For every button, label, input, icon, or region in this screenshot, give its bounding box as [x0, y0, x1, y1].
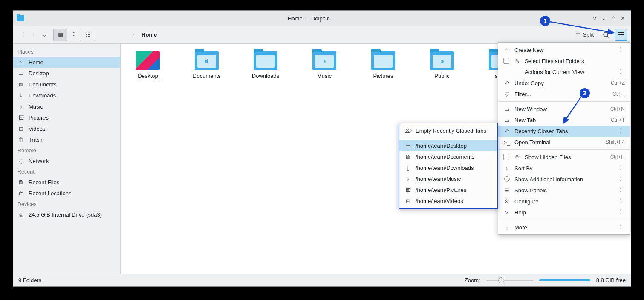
menu-icon: 🖼 [404, 187, 411, 193]
breadcrumb[interactable]: 〉 Home [98, 31, 569, 39]
sidebar-icon: ⌂ [17, 59, 24, 66]
menu-item-show-panels[interactable]: ☰Show Panels〉 [498, 185, 630, 196]
menu-item-label: /home/team/Pictures [416, 187, 492, 193]
sidebar-item-downloads[interactable]: ⭳Downloads [13, 90, 120, 101]
compact-view-button[interactable]: ⠿ [67, 29, 81, 41]
chevron-right-icon: 〉 [619, 197, 625, 205]
folder-label: Pictures [373, 73, 393, 79]
menu-separator [498, 149, 630, 150]
menu-item-create-new[interactable]: ＋Create New〉 [498, 44, 630, 55]
menu-item--home-team-downloads[interactable]: ⭳/home/team/Downloads [399, 162, 497, 173]
menu-item-new-window[interactable]: ▭New WindowCtrl+N [498, 103, 630, 114]
hamburger-icon [618, 32, 624, 37]
menu-item-configure[interactable]: ⚙Configure〉 [498, 196, 630, 207]
folder-music[interactable]: ♪Music [310, 51, 339, 80]
menu-item-label: Select Files and Folders [525, 58, 625, 64]
menu-icon: ⊞ [404, 198, 411, 204]
menu-item-label: More [514, 224, 615, 231]
sidebar-item-pictures[interactable]: 🖼Pictures [13, 112, 120, 123]
item-count: 9 Folders [18, 277, 41, 283]
folder-public[interactable]: ⚭Public [427, 51, 456, 80]
chevron-right-icon: 〉 [619, 186, 625, 194]
sidebar-item-label: Network [29, 158, 49, 164]
menu-item--home-team-videos[interactable]: ⊞/home/team/Videos [399, 195, 497, 206]
menu-icon: ☰ [503, 187, 510, 194]
breadcrumb-home[interactable]: Home [142, 31, 157, 38]
menu-item--home-team-music[interactable]: ♪/home/team/Music [399, 173, 497, 184]
back-button[interactable]: 〈 [17, 29, 27, 41]
icons-view-button[interactable]: ▦ [54, 29, 67, 41]
chevron-right-icon: 〉 [132, 31, 137, 39]
menu-item-label: Open Terminal [514, 139, 601, 146]
menu-item-sort-by[interactable]: ↕Sort By〉 [498, 163, 630, 174]
sidebar-item-label: Downloads [29, 92, 56, 99]
details-view-button[interactable]: ☷ [81, 29, 95, 41]
sidebar-item-24-5-gib-internal-drive-sda3-[interactable]: ⛀24.5 GiB Internal Drive (sda3) [13, 209, 120, 220]
menu-item-label: Configure [514, 198, 615, 205]
hamburger-menu-button[interactable] [615, 29, 627, 41]
menu-item-recently-closed-tabs[interactable]: ↶Recently Closed Tabs〉 [498, 126, 630, 137]
menu-item-open-terminal[interactable]: >_Open TerminalShift+F4 [498, 137, 630, 148]
menu-item-undo-copy[interactable]: ↶Undo: CopyCtrl+Z [498, 77, 630, 89]
menu-item--home-team-documents[interactable]: 🗎/home/team/Documents [399, 151, 497, 162]
close-button[interactable]: ✕ [618, 15, 627, 22]
menu-separator [498, 101, 630, 102]
menu-item-label: Create New [514, 47, 615, 53]
sidebar-item-recent-files[interactable]: 🗎Recent Files [13, 177, 120, 188]
split-button[interactable]: ◫ Split [572, 29, 598, 41]
menu-item-label: New Window [514, 106, 606, 112]
menu-icon: ↶ [503, 128, 510, 134]
menu-item-more[interactable]: ⋮More〉 [498, 222, 630, 233]
shortcut-label: Ctrl+N [610, 106, 625, 112]
chevron-right-icon: 〉 [619, 46, 625, 54]
chevron-right-icon: 〉 [619, 223, 625, 231]
menu-item-label: Help [514, 209, 615, 216]
sidebar-item-desktop[interactable]: ▭Desktop [13, 68, 120, 79]
menu-item-actions-for-current-view[interactable]: Actions for Current View〉 [498, 66, 630, 77]
sidebar-item-label: Recent Locations [29, 190, 71, 197]
folder-desktop[interactable]: Desktop [133, 51, 162, 80]
folder-downloads[interactable]: Downloads [251, 51, 280, 80]
zoom-slider[interactable] [486, 280, 533, 281]
menu-item-label: New Tab [514, 117, 606, 123]
shortcut-label: Ctrl+I [612, 91, 625, 97]
free-space-label: 8.8 GiB free [596, 277, 626, 283]
menu-icon: ⌦ [404, 128, 411, 134]
menu-item-new-tab[interactable]: ▭New TabCtrl+T [498, 114, 630, 126]
folder-documents[interactable]: 🗎Documents [192, 51, 221, 80]
menu-item-label: /home/team/Videos [416, 198, 492, 204]
sidebar-item-network[interactable]: ◌Network [13, 155, 120, 166]
menu-item-help[interactable]: ?Help〉 [498, 207, 630, 218]
minimize-button[interactable]: ⌄ [599, 15, 609, 22]
menu-item--home-team-desktop[interactable]: ▭/home/team/Desktop [399, 140, 497, 151]
sidebar-icon: ⭳ [17, 92, 24, 99]
app-folder-icon [17, 15, 24, 21]
sidebar-item-videos[interactable]: ⊞Videos [13, 123, 120, 134]
sidebar-item-trash[interactable]: 🗑Trash [13, 134, 120, 145]
folder-pictures[interactable]: Pictures [369, 51, 398, 80]
sidebar-item-home[interactable]: ⌂Home [13, 57, 120, 68]
menu-item-show-hidden-files[interactable]: 👁Show Hidden FilesCtrl+H [498, 151, 630, 163]
menu-item-empty-recently-closed-tabs[interactable]: ⌦Empty Recently Closed Tabs [399, 125, 497, 136]
sidebar-item-documents[interactable]: 🗎Documents [13, 79, 120, 90]
sidebar-item-label: 24.5 GiB Internal Drive (sda3) [29, 211, 102, 218]
annotation-1: 1 [540, 16, 550, 26]
menu-item-label: Show Hidden Files [525, 154, 606, 160]
menu-item-filter-[interactable]: ▽Filter...Ctrl+I [498, 89, 630, 100]
forward-button[interactable]: 〉 [29, 29, 40, 41]
help-button[interactable]: ? [590, 15, 599, 22]
menu-item-show-additional-information[interactable]: ⓘShow Additional Information〉 [498, 174, 630, 185]
sidebar-item-music[interactable]: ♪Music [13, 101, 120, 112]
menu-icon: ⚙ [503, 198, 510, 205]
sidebar-item-recent-locations[interactable]: 🗀Recent Locations [13, 188, 120, 199]
menu-icon: ▽ [503, 91, 510, 97]
search-button[interactable] [600, 29, 612, 41]
sidebar-icon: ▭ [17, 70, 24, 77]
menu-item-select-files-and-folders[interactable]: ✎Select Files and Folders [498, 55, 630, 66]
folder-icon: 🗎 [195, 51, 219, 70]
menu-icon: 👁 [514, 154, 520, 160]
menu-item--home-team-pictures[interactable]: 🖼/home/team/Pictures [399, 184, 497, 195]
sidebar-item-label: Documents [29, 81, 57, 88]
nav-dropdown[interactable]: ⌄ [42, 31, 46, 38]
maximize-button[interactable]: ⌃ [609, 15, 618, 22]
